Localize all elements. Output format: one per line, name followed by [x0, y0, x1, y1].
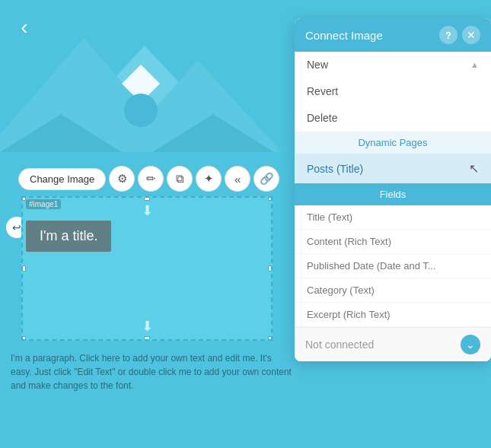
field-item-title[interactable]: Title (Text) [295, 205, 491, 230]
download-icon-top: ⬇ [142, 202, 153, 219]
field-item-content[interactable]: Content (Rich Text) [295, 230, 491, 254]
help-button[interactable]: ? [439, 26, 458, 44]
menu-section: New ▲ Revert Delete [295, 52, 491, 132]
handle-top-right[interactable] [268, 196, 273, 201]
not-connected-label: Not connected [305, 338, 374, 351]
download-icon-bottom: ⬇ [142, 318, 153, 335]
footer-chevron-icon: ⌄ [466, 338, 475, 351]
link-icon: 🔗 [260, 172, 274, 186]
rewind-icon: « [234, 173, 241, 186]
title-overlay[interactable]: I'm a title. [26, 221, 111, 252]
cursor-pointer-icon: ↖ [469, 161, 479, 176]
panel-top-tab [370, 18, 416, 32]
gear-icon: ⚙ [117, 172, 127, 186]
settings-button[interactable]: ⚙ [109, 166, 135, 192]
change-image-button[interactable]: Change Image [18, 168, 106, 190]
panel-footer: Not connected ⌄ [295, 327, 491, 361]
footer-expand-button[interactable]: ⌄ [461, 335, 480, 354]
sparkle-icon: ✦ [204, 172, 214, 186]
paragraph-text[interactable]: I'm a paragraph. Click here to add your … [11, 351, 292, 392]
close-button[interactable]: ✕ [462, 26, 480, 44]
handle-bot-mid[interactable] [144, 336, 150, 341]
menu-item-revert-label: Revert [307, 85, 338, 97]
menu-item-new-chevron: ▲ [470, 60, 479, 69]
posts-title-label: Posts (Title) [307, 163, 363, 175]
handle-top-mid[interactable] [144, 196, 150, 201]
menu-item-new[interactable]: New ▲ [295, 52, 491, 78]
crop-icon: ⧉ [176, 172, 184, 186]
handle-bot-left[interactable] [21, 336, 26, 341]
field-item-published[interactable]: Published Date (Date and T... [295, 254, 491, 278]
undo-icon: ↩ [12, 221, 21, 234]
connect-image-panel: Connect Image ? ✕ New ▲ Revert Delete Dy… [295, 18, 491, 361]
crop-button[interactable]: ⧉ [167, 166, 193, 192]
effects-button[interactable]: ✦ [196, 166, 222, 192]
field-item-excerpt[interactable]: Excerpt (Rich Text) [295, 303, 491, 327]
toolbar: Change Image ⚙ ✏ ⧉ ✦ « 🔗 [18, 166, 279, 192]
handle-bot-right[interactable] [268, 336, 273, 341]
rewind-button[interactable]: « [225, 166, 250, 192]
panel-header-icons: ? ✕ [439, 26, 480, 44]
back-arrow-button[interactable]: ‹ [11, 14, 38, 41]
svg-point-5 [124, 94, 158, 127]
menu-item-delete-label: Delete [307, 112, 337, 124]
image-label: #image1 [26, 199, 61, 209]
posts-title-item[interactable]: Posts (Title) ↖ [295, 154, 491, 183]
handle-mid-left[interactable] [21, 265, 26, 272]
image-placeholder[interactable]: ⬇ ⬇ [21, 196, 273, 341]
mountain-background [0, 0, 289, 152]
menu-item-new-label: New [307, 59, 328, 71]
field-item-category[interactable]: Category (Text) [295, 278, 491, 303]
handle-mid-right[interactable] [268, 265, 273, 272]
brush-icon: ✏ [146, 172, 156, 186]
menu-item-delete[interactable]: Delete [295, 105, 491, 132]
fields-header: Fields [295, 183, 491, 205]
menu-item-revert[interactable]: Revert [295, 78, 491, 105]
edit-button[interactable]: ✏ [138, 166, 164, 192]
link-button[interactable]: 🔗 [253, 166, 279, 192]
back-icon: ‹ [21, 15, 27, 40]
dynamic-pages-header: Dynamic Pages [295, 132, 491, 154]
